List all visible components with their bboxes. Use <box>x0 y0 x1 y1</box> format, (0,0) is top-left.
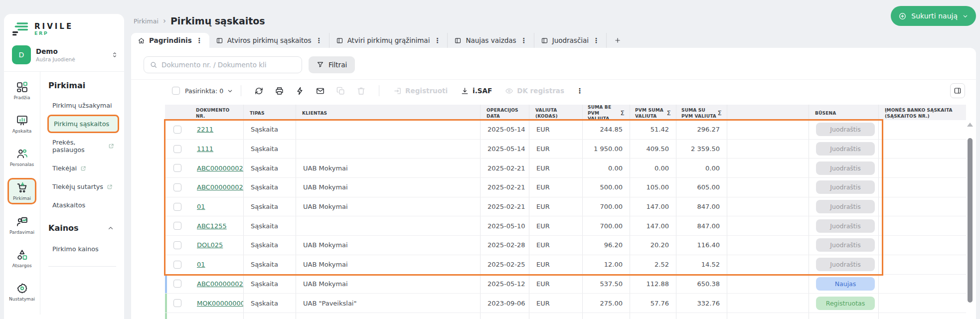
scroll-up-arrow[interactable] <box>967 123 973 127</box>
table-row[interactable]: ABC000000023SąskaitaUAB Mokymai2025-02-2… <box>165 178 966 197</box>
chevron-down-icon[interactable] <box>227 88 233 94</box>
cell-busena: Juodraštis <box>809 236 878 255</box>
tab-atviros-pirkim-s-skaitos[interactable]: Atviros pirkimų sąskaitos⋮ <box>209 33 329 48</box>
column-header-doc[interactable]: DOKUMENTO NR. <box>190 105 243 122</box>
cell-klientas: UAB Mokymai <box>296 197 480 216</box>
column-settings-button[interactable] <box>950 83 965 98</box>
column-header-data[interactable]: OPERACIJOS DATA <box>480 105 529 122</box>
table-row[interactable]: 1111Sąskaita2025-05-14EUR1 950.00409.502… <box>165 140 966 159</box>
print-icon[interactable] <box>275 86 284 96</box>
sum-icon[interactable]: Σ <box>667 109 671 118</box>
external-link-icon <box>107 184 113 190</box>
column-header-suma_su[interactable]: SUMA SU PVM VALIUTAΣ <box>676 105 727 122</box>
cell-suma-su-pvm: 605.00 <box>676 178 727 197</box>
column-header-tipas[interactable]: TIPAS <box>243 105 296 122</box>
table-row[interactable]: 01SąskaitaUAB Mokymai2025-02-25EUR12.002… <box>165 255 966 275</box>
document-link[interactable]: ABC000000024 <box>197 164 243 172</box>
nav-rail-item-personalas[interactable]: Personalas <box>7 145 36 170</box>
column-header-valiuta[interactable]: VALIUTA (KODAS) <box>529 105 582 122</box>
document-link[interactable]: ABC000000023 <box>197 183 243 191</box>
eye-icon <box>505 87 513 95</box>
sum-icon[interactable]: Σ <box>621 109 625 118</box>
table-row[interactable]: DOL025SąskaitaUAB Mokymai2025-02-28EUR96… <box>165 236 966 255</box>
tab-menu-icon[interactable]: ⋮ <box>434 36 441 44</box>
row-checkbox[interactable] <box>173 183 181 191</box>
nav-rail-item-apskaita[interactable]: Apskaita <box>7 111 36 137</box>
document-link[interactable]: 01 <box>197 261 205 268</box>
column-header-klientas[interactable]: KLIENTAS <box>296 105 480 122</box>
select-all-checkbox[interactable] <box>172 87 180 95</box>
sum-icon[interactable]: Σ <box>718 109 722 118</box>
document-link[interactable]: 1111 <box>197 145 213 153</box>
row-checkbox[interactable] <box>173 241 181 249</box>
tab-pagrindinis[interactable]: Pagrindinis⋮ <box>131 33 209 48</box>
breadcrumb-parent[interactable]: Pirkimai <box>134 17 159 25</box>
nav-rail-item-nustatymai[interactable]: Nustatymai <box>7 279 36 305</box>
document-link[interactable]: DOL025 <box>197 241 223 249</box>
nav-rail-item-pirkimai[interactable]: Pirkimai <box>7 178 36 204</box>
row-checkbox[interactable] <box>173 280 181 288</box>
flash-icon[interactable] <box>295 86 305 96</box>
tab-menu-icon[interactable]: ⋮ <box>316 36 323 44</box>
column-header-pvm[interactable]: PVM SUMA VALIUTAΣ <box>630 105 676 122</box>
menu-item[interactable]: Pirkimų užsakymai <box>47 96 119 115</box>
action-i-saf[interactable]: i.SAF <box>461 87 492 95</box>
nav-rail-item-pardavimai[interactable]: Pardavimai <box>7 212 36 238</box>
document-link[interactable]: 2211 <box>197 126 213 133</box>
create-new-button[interactable]: Sukurti naują <box>891 6 976 26</box>
mail-icon[interactable] <box>316 86 325 96</box>
table-row[interactable]: ABC1255Sąskaita2025-05-10EUR700.00147.00… <box>165 216 966 236</box>
tab-menu-icon[interactable]: ⋮ <box>593 36 600 44</box>
home-icon <box>138 37 145 44</box>
menu-item[interactable]: Tiekėjai <box>47 159 119 177</box>
document-link[interactable]: MOK000000006 <box>197 300 243 307</box>
menu-item[interactable]: Pirkimų sąskaitos <box>47 115 119 133</box>
status-badge: Juodraštis <box>816 238 875 252</box>
filter-button[interactable]: Filtrai <box>309 56 355 73</box>
tab-menu-icon[interactable]: ⋮ <box>196 36 203 44</box>
unfold-icon[interactable] <box>111 51 118 58</box>
menu-item[interactable]: Prekės, paslaugos <box>47 133 119 159</box>
people-icon <box>16 148 28 160</box>
tab-juodras-iai[interactable]: Juodrasčiai⋮ <box>534 33 606 48</box>
table-row[interactable]: ABC000000024SąskaitaUAB Mokymai2025-02-2… <box>165 159 966 178</box>
more-options-icon[interactable]: ⋮ <box>576 87 583 95</box>
column-header-busena[interactable]: BŪSENA <box>809 105 878 122</box>
nav-rail-item-atsargos[interactable]: Atsargos <box>7 246 36 271</box>
chevron-up-icon[interactable] <box>107 225 114 232</box>
table-row[interactable]: 2211Sąskaita2025-05-14EUR244.8551.42296.… <box>165 120 966 140</box>
table-row[interactable]: ABC000000027SąskaitaUAB Mokymai2025-05-1… <box>165 275 966 294</box>
cart-icon <box>16 181 28 194</box>
nav-rail-item-pradzia[interactable]: Pradžia <box>7 78 36 103</box>
refresh-icon[interactable] <box>254 86 264 96</box>
row-checkbox[interactable] <box>173 222 181 230</box>
search-input[interactable] <box>162 61 296 69</box>
user-switcher[interactable]: D Demo Aušra Juodienė <box>4 40 124 72</box>
add-view-button[interactable] <box>606 33 629 48</box>
row-checkbox[interactable] <box>173 261 181 269</box>
document-link[interactable]: ABC000000027 <box>197 280 243 288</box>
tab-naujas-vaizdas[interactable]: Naujas vaizdas⋮ <box>447 33 533 48</box>
scrollbar-thumb[interactable] <box>968 138 973 303</box>
tab-atviri-pirkim-gr-inimai[interactable]: Atviri pirkimų grąžinimai⋮ <box>329 33 448 48</box>
document-link[interactable]: 01 <box>197 203 205 210</box>
column-header-bankas[interactable]: ĮMONĖS BANKO SĄSKAITA (SĄSKAITOS NR.) <box>878 105 966 122</box>
table-row[interactable]: MOK000000006SąskaitaUAB "Paveikslai"2023… <box>165 294 966 313</box>
row-checkbox[interactable] <box>173 299 181 307</box>
tab-menu-icon[interactable]: ⋮ <box>520 36 527 44</box>
row-checkbox[interactable] <box>173 126 181 134</box>
menu-item[interactable]: Tiekėjų sutartys <box>47 177 119 196</box>
row-checkbox[interactable] <box>173 164 181 172</box>
menu-item[interactable]: Pirkimo kainos <box>47 240 119 258</box>
menu-item[interactable]: Ataskaitos <box>47 196 119 214</box>
table-row[interactable]: 01SąskaitaUAB Mokymai2025-02-21EUR700.00… <box>165 197 966 217</box>
column-header-suma_be[interactable]: SUMA BE PVM VALIUTAΣ <box>582 105 630 122</box>
menu-section-kainos[interactable]: Kainos <box>47 223 119 233</box>
cell-pvm-suma: 0.00 <box>630 159 676 177</box>
status-badge: Juodraštis <box>816 258 875 271</box>
row-checkbox[interactable] <box>173 145 181 153</box>
table-row[interactable] <box>165 313 966 319</box>
status-badge: Juodraštis <box>816 200 875 213</box>
document-link[interactable]: ABC1255 <box>197 222 227 230</box>
row-checkbox[interactable] <box>173 203 181 211</box>
